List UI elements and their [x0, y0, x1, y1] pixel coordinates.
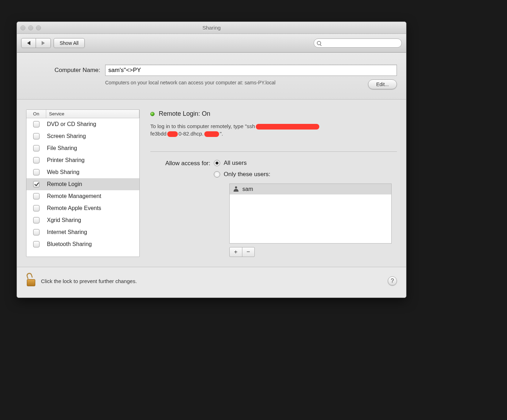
service-row[interactable]: Internet Sharing: [26, 226, 139, 238]
back-arrow-icon: [27, 41, 30, 45]
sharing-preferences-window: Sharing Show All Computer Name: Computer…: [17, 22, 406, 298]
detail-divider: [150, 151, 397, 152]
radio-only-these-users[interactable]: Only these users:: [214, 171, 270, 178]
service-row[interactable]: Remote Management: [26, 190, 139, 202]
service-checkbox[interactable]: [33, 217, 40, 223]
window-title: Sharing: [17, 25, 406, 31]
back-button[interactable]: [21, 38, 36, 48]
service-checkbox[interactable]: [33, 121, 40, 127]
allow-access-label: Allow access for:: [150, 160, 214, 167]
detail-title: Remote Login: On: [159, 110, 210, 118]
radio-only-these-users-label: Only these users:: [224, 171, 270, 178]
status-led-icon: [150, 112, 155, 116]
redaction-mark: [167, 131, 178, 137]
close-window-button[interactable]: [20, 25, 25, 30]
user-name: sam: [242, 186, 253, 192]
services-table-body: DVD or CD SharingScreen SharingFile Shar…: [26, 118, 139, 257]
service-name: Screen Sharing: [46, 133, 139, 139]
service-row[interactable]: Remote Apple Events: [26, 202, 139, 214]
main-panel: On Service DVD or CD SharingScreen Shari…: [17, 100, 406, 267]
remote-login-instructions: To log in to this computer remotely, typ…: [150, 122, 397, 137]
service-name: Xgrid Sharing: [46, 217, 139, 223]
service-row[interactable]: File Sharing: [26, 142, 139, 154]
search-icon: [317, 41, 321, 45]
service-checkbox[interactable]: [33, 205, 40, 211]
computer-name-input[interactable]: [105, 65, 397, 76]
login-text-prefix: To log in to this computer remotely, typ…: [150, 123, 255, 129]
toolbar: Show All: [17, 34, 406, 53]
service-checkbox[interactable]: [33, 145, 40, 151]
computer-name-panel: Computer Name: Computers on your local n…: [17, 53, 406, 100]
service-row[interactable]: Bluetooth Sharing: [26, 238, 139, 250]
edit-computer-name-button[interactable]: Edit...: [368, 79, 397, 89]
redaction-mark: [204, 131, 219, 137]
service-checkbox[interactable]: [33, 133, 40, 139]
services-table: On Service DVD or CD SharingScreen Shari…: [26, 109, 140, 257]
lock-icon[interactable]: [26, 275, 36, 287]
services-table-header: On Service: [26, 110, 139, 118]
help-icon: ?: [391, 278, 394, 284]
radio-icon: [214, 171, 220, 178]
service-checkbox[interactable]: [33, 229, 40, 235]
add-user-button[interactable]: +: [230, 247, 242, 257]
service-row[interactable]: Remote Login: [26, 178, 139, 190]
allow-access-row: Allow access for: All users Only these u…: [150, 160, 397, 178]
user-icon: [233, 186, 239, 192]
show-all-button[interactable]: Show All: [54, 38, 85, 48]
service-row[interactable]: Printer Sharing: [26, 154, 139, 166]
service-row[interactable]: Web Sharing: [26, 166, 139, 178]
remove-user-button[interactable]: −: [242, 247, 255, 257]
service-checkbox[interactable]: [33, 193, 40, 199]
radio-all-users-label: All users: [224, 160, 247, 167]
service-name: Printer Sharing: [46, 157, 139, 163]
user-row[interactable]: sam: [230, 184, 391, 194]
service-checkbox[interactable]: [33, 181, 40, 187]
service-name: Internet Sharing: [46, 229, 139, 235]
forward-button[interactable]: [36, 38, 51, 48]
service-name: Remote Apple Events: [46, 205, 139, 211]
footer: Click the lock to prevent further change…: [17, 267, 406, 298]
service-checkbox[interactable]: [33, 169, 40, 175]
service-name: Bluetooth Sharing: [46, 241, 139, 247]
services-header-service[interactable]: Service: [46, 110, 139, 118]
redaction-mark: [256, 124, 319, 130]
user-add-remove: + −: [229, 247, 255, 257]
radio-all-users[interactable]: All users: [214, 160, 270, 167]
service-checkbox[interactable]: [33, 157, 40, 163]
login-text-suffix: ".: [220, 131, 223, 137]
allow-access-options: All users Only these users:: [214, 160, 270, 178]
service-name: Remote Login: [46, 181, 139, 187]
show-all-label: Show All: [60, 40, 79, 46]
service-name: File Sharing: [46, 145, 139, 151]
service-checkbox[interactable]: [33, 241, 40, 247]
service-name: Remote Management: [46, 193, 139, 199]
edit-button-label: Edit...: [376, 82, 389, 87]
service-name: DVD or CD Sharing: [46, 121, 139, 127]
window-controls: [17, 25, 41, 30]
login-text-mid1: fe3bdd: [150, 131, 167, 137]
lock-text: Click the lock to prevent further change…: [41, 278, 137, 284]
computer-name-label: Computer Name:: [26, 67, 100, 74]
login-text-mid2: 0-82.dhcp.: [179, 131, 204, 137]
service-detail-panel: Remote Login: On To log in to this compu…: [150, 109, 397, 257]
search-input[interactable]: [323, 41, 399, 46]
computer-name-description: Computers on your local network can acce…: [105, 79, 357, 86]
service-row[interactable]: Screen Sharing: [26, 130, 139, 142]
zoom-window-button[interactable]: [36, 25, 41, 30]
services-header-on[interactable]: On: [26, 110, 46, 118]
help-button[interactable]: ?: [388, 276, 397, 286]
service-row[interactable]: Xgrid Sharing: [26, 214, 139, 226]
toolbar-search[interactable]: [314, 38, 402, 48]
titlebar[interactable]: Sharing: [17, 22, 406, 34]
nav-group: [21, 38, 51, 48]
service-name: Web Sharing: [46, 169, 139, 175]
forward-arrow-icon: [42, 41, 45, 45]
users-list[interactable]: sam: [229, 184, 392, 244]
service-row[interactable]: DVD or CD Sharing: [26, 118, 139, 130]
radio-icon: [214, 160, 220, 166]
minimize-window-button[interactable]: [28, 25, 33, 30]
